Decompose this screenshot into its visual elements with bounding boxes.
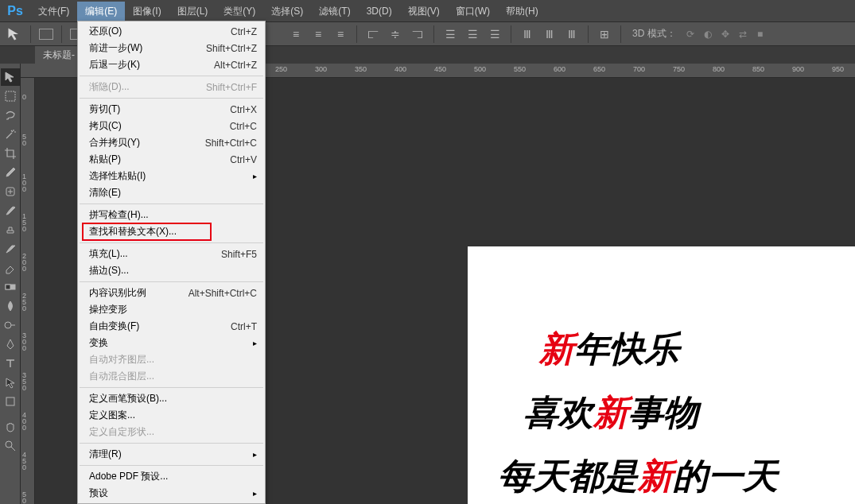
menu-item[interactable]: 前进一步(W)Shift+Ctrl+Z — [78, 40, 265, 56]
menu-item[interactable]: 粘贴(P)Ctrl+V — [78, 151, 265, 168]
menu-item[interactable]: 合并拷贝(Y)Shift+Ctrl+C — [78, 134, 265, 151]
separator — [61, 25, 62, 43]
align-icon[interactable]: ≡ — [332, 26, 348, 42]
lasso-tool[interactable] — [1, 107, 20, 124]
ruler-mark: 250 — [275, 65, 287, 73]
brush-tool[interactable] — [1, 202, 20, 219]
app-logo: Ps — [3, 2, 27, 21]
menu-item[interactable]: 后退一步(K)Alt+Ctrl+Z — [78, 56, 265, 73]
eyedropper-tool[interactable] — [1, 164, 20, 181]
menu-filter[interactable]: 滤镜(T) — [311, 2, 358, 21]
menu-image[interactable]: 图像(I) — [125, 2, 169, 21]
history-brush-tool[interactable] — [1, 240, 20, 258]
align-icon[interactable]: ≡ — [288, 26, 304, 42]
shape-tool[interactable] — [1, 393, 20, 410]
menu-item[interactable]: 定义画笔预设(B)... — [78, 390, 265, 407]
move-tool-icon[interactable] — [6, 26, 22, 42]
auto-select-checkbox[interactable] — [39, 29, 53, 40]
distribute-vcenter-icon[interactable]: ☰ — [464, 26, 480, 42]
type-tool[interactable] — [1, 355, 20, 372]
auto-layer-icon[interactable]: ⊞ — [597, 26, 612, 42]
menu-item-shortcut: Ctrl+X — [230, 104, 257, 115]
clone-stamp-tool[interactable] — [1, 221, 20, 238]
menu-edit[interactable]: 编辑(E) — [77, 2, 125, 21]
menu-item-shortcut: Alt+Shift+Ctrl+C — [188, 288, 257, 299]
path-selection-tool[interactable] — [1, 374, 20, 391]
crop-tool[interactable] — [1, 145, 20, 162]
3d-rotate-icon[interactable]: ⟳ — [684, 28, 697, 41]
marquee-tool[interactable] — [1, 87, 20, 105]
pen-tool[interactable] — [1, 335, 20, 353]
menu-item[interactable]: 选择性粘贴(I) — [78, 168, 265, 184]
document-tab[interactable]: 未标题- — [35, 45, 83, 64]
toolbox — [0, 64, 21, 504]
menu-item-shortcut: Ctrl+T — [231, 321, 257, 332]
ruler-mark: 200 — [22, 253, 35, 272]
ruler-mark: 0 — [22, 94, 35, 100]
distribute-hcenter-icon[interactable]: Ⅲ — [542, 26, 558, 42]
menu-item[interactable]: 还原(O)Ctrl+Z — [78, 23, 265, 40]
zoom-tool[interactable] — [1, 437, 20, 455]
menu-window[interactable]: 窗口(W) — [448, 2, 498, 21]
menu-item[interactable]: 内容识别比例Alt+Shift+Ctrl+C — [78, 285, 265, 301]
align-right-icon[interactable]: ⫎ — [410, 26, 426, 42]
hand-tool[interactable] — [1, 418, 20, 436]
menu-item[interactable]: 拷贝(C)Ctrl+C — [78, 118, 265, 134]
3d-slide-icon[interactable]: ⇄ — [736, 28, 749, 41]
menu-layer[interactable]: 图层(L) — [169, 2, 216, 21]
ruler-mark: 500 — [22, 491, 35, 504]
menu-item[interactable]: 变换 — [78, 335, 265, 351]
menu-item[interactable]: 描边(S)... — [78, 262, 265, 279]
menu-item-shortcut: Shift+Ctrl+F — [206, 82, 257, 93]
ruler-mark: 350 — [22, 372, 35, 391]
text: 每天都是 — [498, 456, 638, 495]
distribute-top-icon[interactable]: ☰ — [442, 26, 458, 42]
menu-item-label: 预设 — [89, 487, 108, 500]
menu-item[interactable]: 预设 — [78, 485, 265, 502]
menu-item-label: 变换 — [89, 336, 108, 350]
menu-3d[interactable]: 3D(D) — [359, 2, 400, 21]
distribute-left-icon[interactable]: Ⅲ — [519, 26, 535, 42]
menu-view[interactable]: 视图(V) — [400, 2, 448, 21]
eraser-tool[interactable] — [1, 259, 20, 277]
menu-item[interactable]: Adobe PDF 预设... — [78, 468, 265, 485]
blur-tool[interactable] — [1, 297, 20, 315]
menu-item[interactable]: 自由变换(F)Ctrl+T — [78, 318, 265, 335]
menu-item[interactable]: 定义图案... — [78, 407, 265, 424]
menu-separator — [80, 98, 263, 99]
menu-item: 自动混合图层... — [78, 368, 265, 385]
3d-scale-icon[interactable]: ■ — [754, 28, 767, 41]
magic-wand-tool[interactable] — [1, 126, 20, 143]
menu-item-shortcut: Ctrl+V — [230, 154, 257, 165]
3d-pan-icon[interactable]: ✥ — [719, 28, 732, 41]
menu-separator — [80, 242, 263, 243]
menu-file[interactable]: 文件(F) — [30, 2, 77, 21]
menu-item-label: 定义自定形状... — [89, 425, 154, 439]
separator — [588, 25, 589, 43]
3d-roll-icon[interactable]: ◐ — [701, 28, 714, 41]
menu-item[interactable]: 查找和替换文本(X)... — [78, 223, 265, 240]
menu-item[interactable]: 填充(L)...Shift+F5 — [78, 246, 265, 262]
gradient-tool[interactable] — [1, 278, 20, 296]
menu-item[interactable]: 操控变形 — [78, 301, 265, 318]
align-center-icon[interactable]: ≑ — [387, 26, 403, 42]
align-icon[interactable]: ≡ — [310, 26, 326, 42]
menu-select[interactable]: 选择(S) — [263, 2, 311, 21]
menu-item-label: 填充(L)... — [89, 247, 128, 261]
distribute-bottom-icon[interactable]: ☰ — [487, 26, 503, 42]
menu-item[interactable]: 剪切(T)Ctrl+X — [78, 101, 265, 118]
ruler-mark: 300 — [22, 332, 35, 351]
dodge-tool[interactable] — [1, 316, 20, 334]
ruler-mark: 300 — [315, 65, 327, 73]
menu-item-shortcut: Shift+Ctrl+C — [205, 138, 257, 149]
move-tool[interactable] — [1, 68, 20, 86]
distribute-right-icon[interactable]: Ⅲ — [564, 26, 580, 42]
ruler-mark: 250 — [22, 293, 35, 312]
menu-help[interactable]: 帮助(H) — [498, 2, 546, 21]
menu-item[interactable]: 清理(R) — [78, 446, 265, 463]
align-left-icon[interactable]: ⫍ — [365, 26, 381, 42]
menu-type[interactable]: 类型(Y) — [216, 2, 263, 21]
healing-brush-tool[interactable] — [1, 183, 20, 200]
menu-item[interactable]: 拼写检查(H)... — [78, 207, 265, 223]
menu-item[interactable]: 清除(E) — [78, 184, 265, 201]
